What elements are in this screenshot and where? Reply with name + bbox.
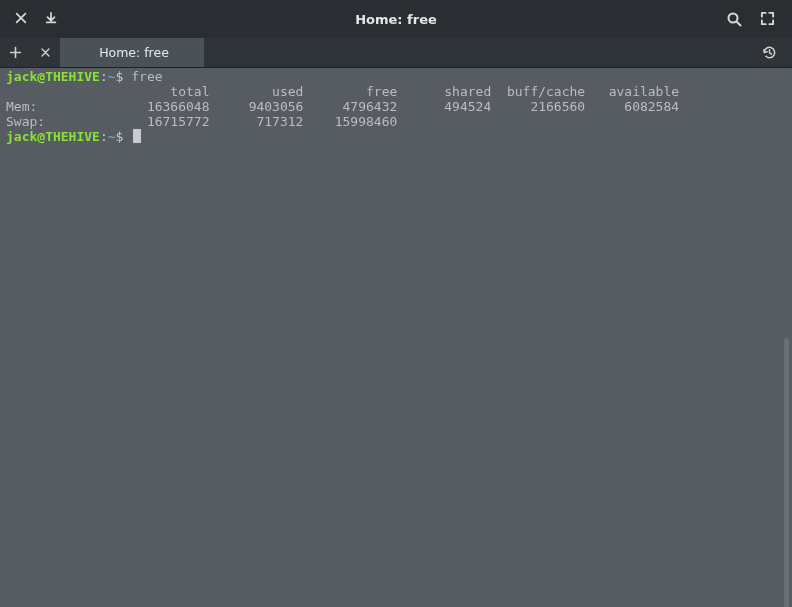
terminal-scroll[interactable]: jack@THEHIVE:~$ free total used free sha… xyxy=(6,69,792,607)
terminal-output: jack@THEHIVE:~$ free total used free sha… xyxy=(6,69,792,144)
terminal-cursor xyxy=(133,129,141,143)
download-icon[interactable] xyxy=(44,11,60,27)
svg-point-0 xyxy=(729,14,738,23)
fullscreen-icon[interactable] xyxy=(760,11,776,27)
terminal-body[interactable]: jack@THEHIVE:~$ free total used free sha… xyxy=(0,68,792,607)
close-tab-button[interactable] xyxy=(30,38,60,68)
terminal-window: Home: free Home: free xyxy=(0,0,792,607)
tab-active[interactable]: Home: free xyxy=(60,38,205,67)
close-icon[interactable] xyxy=(14,11,30,27)
history-icon[interactable] xyxy=(762,45,778,61)
new-tab-button[interactable] xyxy=(0,38,30,68)
search-icon[interactable] xyxy=(726,11,742,27)
window-title: Home: free xyxy=(0,12,792,27)
tab-bar-left xyxy=(0,38,60,67)
scrollbar-thumb[interactable] xyxy=(784,338,789,607)
tab-bar: Home: free xyxy=(0,38,792,68)
tab-bar-right xyxy=(762,38,792,67)
titlebar-right-controls xyxy=(726,11,792,27)
titlebar-left-controls xyxy=(0,11,60,27)
window-titlebar[interactable]: Home: free xyxy=(0,0,792,38)
tab-label: Home: free xyxy=(99,45,169,60)
